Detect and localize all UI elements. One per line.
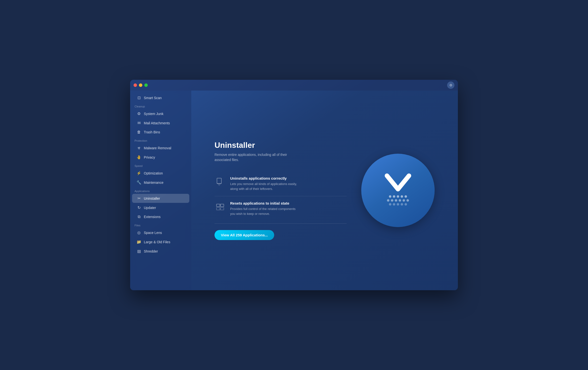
svg-point-16: [399, 199, 401, 202]
sidebar-item-updater[interactable]: ↻ Updater: [132, 203, 189, 212]
svg-point-20: [393, 203, 395, 206]
svg-point-12: [405, 195, 407, 198]
sidebar-item-mail-attachments[interactable]: ✉ Mail Attachments: [132, 118, 189, 127]
system-junk-icon: ⚙: [136, 111, 141, 116]
uninstalls-icon-box: [215, 176, 226, 187]
feature1-desc: Lets you remove all kinds of application…: [230, 182, 301, 191]
sidebar-section-applications: Applications: [130, 187, 191, 194]
svg-point-21: [397, 203, 399, 206]
feature2-desc: Provides full control of the related com…: [230, 207, 301, 216]
view-all-apps-button[interactable]: View All 259 Applications...: [215, 230, 274, 240]
sidebar-label-smart-scan: Smart Scan: [144, 96, 162, 100]
close-button[interactable]: [134, 83, 137, 87]
feature-item-uninstalls: Uninstalls applications correctly Lets y…: [215, 171, 347, 196]
feature1-title: Uninstalls applications correctly: [230, 176, 301, 180]
app-icon: [361, 154, 435, 227]
svg-rect-5: [220, 204, 224, 207]
maximize-button[interactable]: [144, 83, 148, 87]
sidebar-label-extensions: Extensions: [144, 215, 160, 219]
minimize-button[interactable]: [139, 83, 142, 87]
sidebar-section-speed: Speed: [130, 162, 191, 168]
sidebar-item-system-junk[interactable]: ⚙ System Junk: [132, 109, 189, 118]
sidebar-item-trash-bins[interactable]: 🗑 Trash Bins: [132, 128, 189, 137]
sidebar-section-protection: Protection: [130, 137, 191, 143]
sidebar-item-uninstaller[interactable]: ✂ Uninstaller: [132, 194, 189, 203]
svg-point-8: [389, 195, 391, 198]
svg-point-23: [405, 203, 407, 206]
large-files-icon: 📁: [136, 240, 141, 244]
svg-point-9: [393, 195, 395, 198]
content-area: ⊡ Smart Scan Cleanup ⚙ System Junk ✉ Mai…: [130, 91, 458, 290]
shredder-icon: ▤: [136, 249, 141, 254]
updater-icon: ↻: [136, 205, 141, 210]
svg-rect-4: [216, 204, 220, 207]
app-window: ⚙ ⊡ Smart Scan Cleanup ⚙ System Junk ✉ M…: [130, 80, 458, 290]
sidebar-section-cleanup: Cleanup: [130, 103, 191, 109]
mail-icon: ✉: [136, 121, 141, 125]
sidebar-item-shredder[interactable]: ▤ Shredder: [132, 247, 189, 256]
optimization-icon: ⚡: [136, 171, 141, 175]
gear-icon: ⚙: [449, 83, 452, 87]
maintenance-icon: 🔧: [136, 180, 141, 185]
settings-button[interactable]: ⚙: [447, 81, 454, 89]
svg-point-22: [401, 203, 403, 206]
sidebar-label-privacy: Privacy: [144, 155, 155, 159]
extensions-icon: ⧉: [136, 215, 141, 219]
svg-point-13: [387, 199, 389, 202]
svg-rect-7: [220, 208, 224, 210]
feature-text-1: Uninstalls applications correctly Lets y…: [230, 176, 301, 191]
resets-icon: [215, 202, 225, 211]
info-panel: Uninstaller Remove entire applications, …: [215, 141, 347, 240]
resets-icon-box: [215, 201, 226, 212]
svg-point-17: [403, 199, 405, 202]
trash-icon: 🗑: [136, 130, 141, 134]
uninstalls-icon: [215, 177, 225, 186]
sidebar-label-system-junk: System Junk: [144, 112, 163, 116]
main-content-area: Uninstaller Remove entire applications, …: [215, 141, 435, 240]
space-lens-icon: ◎: [136, 230, 141, 235]
svg-rect-0: [217, 178, 221, 184]
malware-icon: ☣: [136, 146, 141, 150]
svg-point-18: [407, 199, 409, 202]
sidebar-label-updater: Updater: [144, 206, 156, 210]
feature2-title: Resets applications to initial state: [230, 201, 301, 205]
icon-panel: [361, 154, 435, 227]
svg-point-10: [397, 195, 399, 198]
feature-list: Uninstalls applications correctly Lets y…: [215, 171, 347, 221]
titlebar: ⚙: [130, 80, 458, 91]
sidebar-label-uninstaller: Uninstaller: [144, 197, 160, 200]
sidebar-item-space-lens[interactable]: ◎ Space Lens: [132, 228, 189, 237]
sidebar-label-optimization: Optimization: [144, 171, 163, 175]
svg-point-11: [401, 195, 403, 198]
traffic-lights: [134, 83, 148, 87]
sidebar-label-shredder: Shredder: [144, 249, 158, 253]
sidebar-item-extensions[interactable]: ⧉ Extensions: [132, 212, 189, 221]
page-subtitle: Remove entire applications, including al…: [215, 152, 293, 162]
sidebar-label-space-lens: Space Lens: [144, 231, 162, 235]
svg-point-15: [395, 199, 397, 202]
sidebar-item-large-old-files[interactable]: 📁 Large & Old Files: [132, 237, 189, 246]
sidebar: ⊡ Smart Scan Cleanup ⚙ System Junk ✉ Mai…: [130, 91, 191, 290]
uninstaller-app-icon: [373, 166, 422, 215]
feature-item-resets: Resets applications to initial state Pro…: [215, 196, 347, 221]
sidebar-item-optimization[interactable]: ⚡ Optimization: [132, 169, 189, 178]
smart-scan-icon: ⊡: [136, 95, 141, 100]
feature-text-2: Resets applications to initial state Pro…: [230, 201, 301, 216]
page-title: Uninstaller: [215, 141, 347, 150]
sidebar-label-maintenance: Maintenance: [144, 181, 163, 185]
divider: [215, 223, 347, 224]
sidebar-label-malware-removal: Malware Removal: [144, 146, 171, 150]
sidebar-item-smart-scan[interactable]: ⊡ Smart Scan: [132, 93, 189, 102]
sidebar-item-malware-removal[interactable]: ☣ Malware Removal: [132, 143, 189, 152]
svg-rect-6: [216, 208, 220, 210]
sidebar-label-trash-bins: Trash Bins: [144, 130, 160, 134]
sidebar-label-mail-attachments: Mail Attachments: [144, 121, 170, 125]
sidebar-item-maintenance[interactable]: 🔧 Maintenance: [132, 178, 189, 187]
main-panel: Uninstaller Remove entire applications, …: [191, 91, 458, 290]
svg-point-14: [391, 199, 393, 202]
svg-point-19: [389, 203, 391, 206]
uninstaller-icon: ✂: [136, 196, 141, 201]
sidebar-item-privacy[interactable]: 🤚 Privacy: [132, 153, 189, 162]
sidebar-label-large-old-files: Large & Old Files: [144, 240, 170, 244]
privacy-icon: 🤚: [136, 155, 141, 160]
